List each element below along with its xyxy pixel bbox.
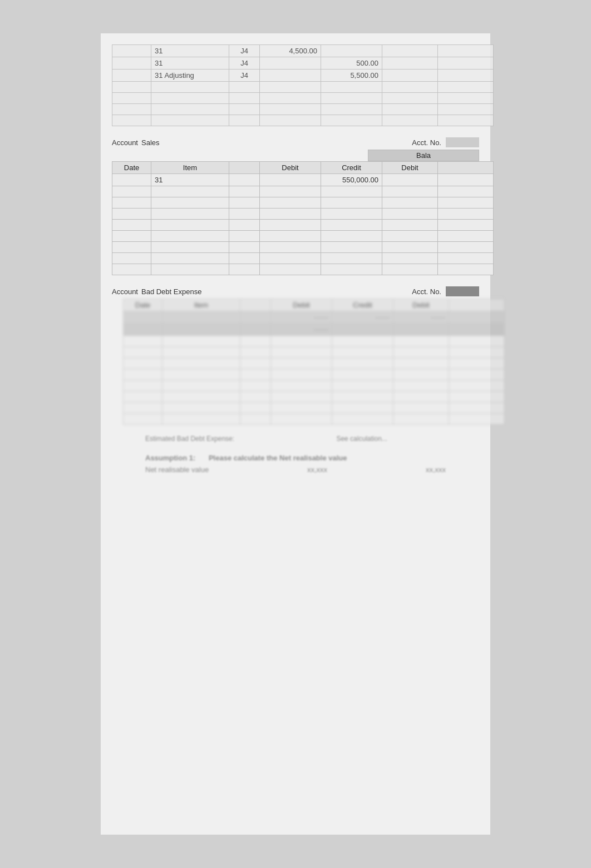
top-row3-day: 31 (155, 71, 162, 80)
table-row (112, 93, 494, 104)
table-row (112, 242, 494, 253)
table-row (112, 104, 494, 115)
sub-note-text: Please calculate the Net realisable valu… (209, 454, 347, 462)
top-ledger-table: 31 J4 4,500.00 31 J4 500.00 (112, 44, 494, 126)
table-row (112, 231, 494, 242)
table-row (124, 358, 505, 369)
bad-debt-acct-no-box (446, 286, 479, 296)
footer-note-line: Estimated Bad Debt Expense: See calculat… (145, 435, 446, 443)
table-row (124, 403, 505, 414)
table-row (112, 82, 494, 93)
sub-note-col1: xx,xxx (307, 465, 327, 474)
footer-note: Estimated Bad Debt Expense: See calculat… (145, 435, 446, 443)
sub-note-section: Assumption 1: Please calculate the Net r… (145, 454, 446, 474)
sub-note-row: Net realisable value xx,xxx xx,xxx (145, 465, 446, 474)
balance-header: Bala (368, 150, 479, 161)
sub-note-col2: xx,xxx (426, 465, 446, 474)
table-row (112, 209, 494, 220)
top-row2-day: 31 (155, 59, 162, 67)
table-row (124, 347, 505, 358)
footer-note-value: See calculation... (336, 435, 387, 443)
bad-debt-ledger-table: Date Item Debit Credit Debit —— (123, 299, 505, 425)
table-row (112, 264, 494, 275)
sub-note-row-label: Net realisable value (145, 465, 209, 474)
table-row (112, 220, 494, 231)
table-row (124, 380, 505, 391)
sales-account-header: Account Sales Acct. No. (112, 136, 479, 148)
sales-acct-no-box (446, 137, 479, 147)
sales-ledger-header: Date Item Debit Credit Debit (112, 162, 494, 174)
page: 31 J4 4,500.00 31 J4 500.00 (101, 33, 490, 835)
table-row: 31 J4 4,500.00 (112, 45, 494, 57)
bad-debt-account-label: Account (112, 287, 138, 296)
table-row (112, 253, 494, 264)
top-ledger-section: 31 J4 4,500.00 31 J4 500.00 (112, 44, 479, 126)
sales-ledger-table: Date Item Debit Credit Debit 31 (112, 161, 494, 275)
table-row (112, 186, 494, 197)
table-row: 31 Adjusting J4 5,500.00 (112, 70, 494, 82)
bad-debt-acct-no-label: Acct. No. (412, 287, 441, 296)
table-row (112, 197, 494, 209)
sales-row1-day: 31 (155, 176, 162, 184)
footer-note-label: Estimated Bad Debt Expense: (145, 435, 234, 443)
sales-account-label: Account (112, 138, 138, 147)
table-row: 31 550,000.00 (112, 174, 494, 186)
table-row (124, 336, 505, 347)
top-row3-item: Adjusting (164, 71, 194, 80)
sub-note-title: Assumption 1: Please calculate the Net r… (145, 454, 446, 462)
table-row (124, 391, 505, 403)
bad-debt-account-name: Bad Debt Expense (141, 287, 201, 296)
table-row: 31 J4 500.00 (112, 57, 494, 70)
table-row: —— —— —— (124, 311, 505, 324)
table-row (124, 414, 505, 425)
sales-account-name: Sales (141, 138, 160, 147)
bad-debt-ledger-blurred: Date Item Debit Credit Debit —— (123, 299, 468, 425)
bad-debt-ledger-header: Date Item Debit Credit Debit (124, 299, 505, 311)
top-row1-day: 31 (155, 47, 162, 55)
sub-note-prefix: Assumption 1: (145, 454, 195, 462)
bad-debt-ledger-section: Account Bad Debt Expense Acct. No. (112, 285, 479, 425)
table-row: —— (124, 324, 505, 336)
table-row (112, 115, 494, 126)
bad-debt-account-header: Account Bad Debt Expense Acct. No. (112, 285, 479, 297)
table-row (124, 369, 505, 380)
sales-acct-no-label: Acct. No. (412, 138, 441, 147)
sales-ledger-section: Account Sales Acct. No. Bala Date Ite (112, 136, 479, 275)
